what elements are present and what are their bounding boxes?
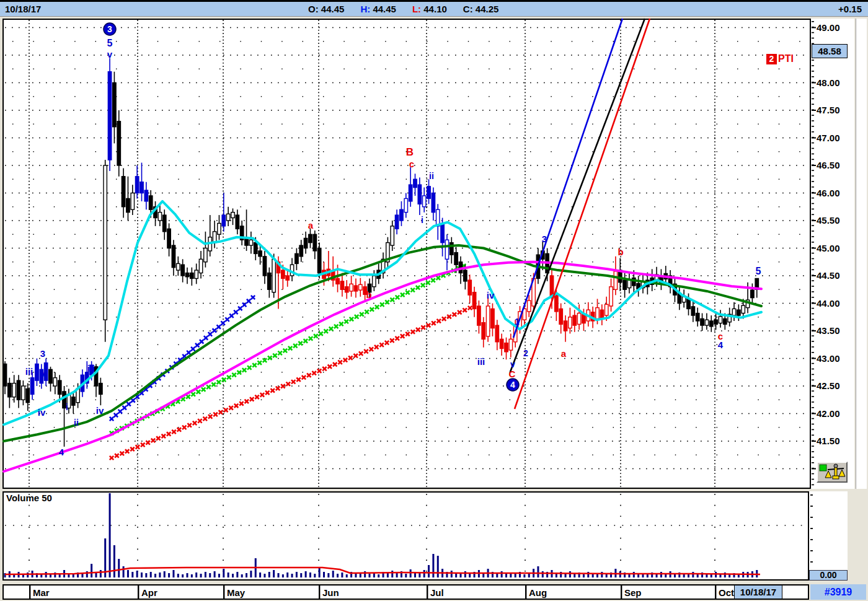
open-label: O: (308, 4, 319, 14)
scales-icon (818, 463, 846, 481)
tools-button[interactable] (817, 462, 848, 483)
open-value: 44.45 (321, 4, 345, 14)
volume-chart-canvas[interactable] (2, 491, 809, 581)
high-label: H: (360, 4, 370, 14)
last-price-box: 48.58 (812, 44, 848, 58)
app-window: 10/18/17 O: 44.45H: 44.45L: 44.10C: 44.2… (0, 0, 868, 601)
low-value: 44.10 (423, 4, 447, 14)
price-axis[interactable] (811, 19, 854, 489)
volume-axis (809, 491, 848, 581)
ohlc-readout: O: 44.45H: 44.45L: 44.10C: 44.25 (308, 2, 498, 16)
net-change: +0.15 (838, 2, 862, 16)
close-value: 44.25 (476, 4, 499, 14)
low-label: L: (412, 4, 421, 14)
volume-zero-label: 0.00 (809, 570, 848, 581)
chart-number-badge: #3919 (810, 584, 866, 600)
pti-indicator: 2 PTI (766, 53, 794, 64)
pti-label: PTI (778, 53, 794, 64)
close-label: C: (463, 4, 473, 14)
right-gutter (856, 19, 867, 489)
price-chart-canvas[interactable] (2, 19, 811, 489)
pti-value-badge: 2 (766, 54, 777, 64)
quote-bar: 10/18/17 O: 44.45H: 44.45L: 44.10C: 44.2… (0, 0, 868, 17)
high-value: 44.45 (373, 4, 396, 14)
date-axis-bar (2, 584, 809, 600)
session-date: 10/18/17 (5, 2, 41, 16)
volume-pane-title: Volume 50 (6, 493, 52, 503)
cursor-date-box: 10/18/17 (734, 585, 782, 599)
